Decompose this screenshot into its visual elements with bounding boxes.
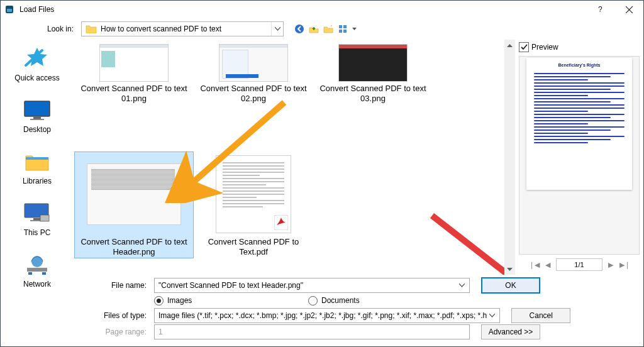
- page-range-input: 1: [154, 324, 470, 339]
- svg-rect-16: [33, 218, 41, 220]
- file-pane-scrollbar[interactable]: [504, 40, 515, 275]
- lookin-label: Look in:: [6, 25, 76, 33]
- radio-images[interactable]: Images: [154, 296, 308, 306]
- file-thumb[interactable]: Convert Scanned PDF to text 02.png: [194, 42, 313, 105]
- svg-rect-7: [343, 25, 347, 28]
- place-desktop[interactable]: Desktop: [9, 97, 65, 134]
- place-network[interactable]: Network: [9, 252, 65, 289]
- filetype-value: Image files (*.tif; *.pcx; *.dcx; *.bmp;…: [158, 311, 487, 320]
- radio-documents-label: Documents: [321, 296, 360, 305]
- place-this-pc[interactable]: This PC: [9, 201, 65, 237]
- back-icon[interactable]: [294, 23, 305, 35]
- network-icon: [22, 252, 52, 277]
- titlebar: Load Files ?: [1, 1, 643, 18]
- page-range-label: Page range:: [79, 328, 149, 336]
- preview-page-indicator: 1/1: [556, 258, 602, 271]
- preview-first-icon[interactable]: ❘◀: [528, 259, 540, 270]
- filename-value: "Convert Scanned PDF to text Header.png": [158, 281, 457, 290]
- file-thumb[interactable]: Convert Scanned PDF to Text.pdf: [194, 151, 313, 258]
- svg-rect-18: [40, 215, 49, 221]
- lookin-combo[interactable]: How to convert scanned PDF to text: [81, 21, 284, 36]
- bottom-controls: File name: "Convert Scanned PDF to text …: [74, 275, 643, 346]
- place-label: Desktop: [23, 125, 51, 134]
- svg-rect-8: [339, 30, 342, 33]
- pdf-preview-icon: [216, 155, 291, 233]
- load-files-dialog: Load Files ? Look in: How to convert sca…: [0, 0, 644, 347]
- file-name: Convert Scanned PDF to text 01.png: [77, 84, 191, 104]
- lookin-toolbar: [294, 23, 357, 35]
- preview-next-icon[interactable]: ▶: [605, 259, 616, 270]
- svg-rect-13: [30, 119, 44, 120]
- preview-area: Beneficiary's Rights: [519, 56, 640, 255]
- filename-input[interactable]: "Convert Scanned PDF to text Header.png": [154, 278, 470, 293]
- preview-checkbox-label: Preview: [531, 43, 558, 52]
- svg-rect-12: [33, 117, 41, 119]
- checkbox-icon: [519, 42, 529, 52]
- ok-button[interactable]: OK: [481, 277, 540, 294]
- lookin-value: How to convert scanned PDF to text: [101, 25, 271, 33]
- close-icon[interactable]: [614, 1, 643, 18]
- radio-icon: [154, 296, 164, 306]
- svg-rect-20: [27, 268, 47, 272]
- scroll-down-icon[interactable]: [504, 264, 515, 275]
- place-libraries[interactable]: Libraries: [9, 149, 65, 185]
- preview-last-icon[interactable]: ▶❘: [619, 259, 630, 270]
- help-icon[interactable]: ?: [586, 1, 614, 18]
- file-name: Convert Scanned PDF to Text.pdf: [196, 237, 311, 257]
- up-one-level-icon[interactable]: [308, 23, 319, 35]
- svg-point-19: [31, 256, 43, 267]
- preview-prev-icon[interactable]: ◀: [542, 259, 553, 270]
- advanced-button[interactable]: Advanced >>: [481, 324, 540, 339]
- svg-text:?: ?: [598, 6, 602, 13]
- chevron-down-icon[interactable]: [271, 22, 283, 36]
- svg-rect-6: [339, 25, 342, 28]
- svg-rect-14: [26, 157, 48, 160]
- page-range-value: 1: [158, 328, 467, 336]
- place-quick-access[interactable]: Quick access: [9, 46, 65, 82]
- scroll-up-icon[interactable]: [504, 40, 515, 50]
- place-label: This PC: [24, 228, 51, 237]
- filename-label: File name:: [79, 281, 149, 290]
- preview-doc-title: Beneficiary's Rights: [526, 63, 632, 67]
- preview-document: Beneficiary's Rights: [526, 58, 632, 190]
- view-menu-caret-icon[interactable]: [352, 28, 357, 31]
- place-label: Libraries: [23, 177, 52, 185]
- file-name: Convert Scanned PDF to text Header.png: [77, 237, 191, 257]
- chevron-down-icon[interactable]: [487, 314, 497, 317]
- dialog-title: Load Files: [19, 5, 54, 14]
- svg-rect-10: [25, 101, 50, 116]
- radio-icon: [308, 296, 318, 306]
- preview-panel: Preview Beneficiary's Rights: [515, 40, 643, 275]
- view-menu-icon[interactable]: [337, 23, 348, 35]
- chevron-down-icon[interactable]: [457, 284, 467, 287]
- file-thumb[interactable]: Convert Scanned PDF to text 03.png: [313, 42, 433, 105]
- svg-rect-1: [7, 9, 12, 12]
- place-label: Quick access: [14, 74, 59, 82]
- quick-access-icon: [22, 46, 52, 71]
- new-folder-icon[interactable]: [323, 23, 334, 35]
- folder-icon: [86, 25, 97, 33]
- file-name: Convert Scanned PDF to text 03.png: [316, 84, 430, 104]
- filetype-combo[interactable]: Image files (*.tif; *.pcx; *.dcx; *.bmp;…: [154, 308, 500, 323]
- places-bar: Quick access Desktop: [1, 40, 74, 346]
- svg-rect-21: [28, 272, 32, 275]
- app-icon: [4, 4, 14, 14]
- file-list-pane[interactable]: Convert Scanned PDF to text 01.png Conv: [74, 40, 504, 275]
- adobe-pdf-icon: [274, 215, 288, 230]
- preview-checkbox[interactable]: Preview: [519, 42, 640, 52]
- libraries-icon: [22, 149, 52, 174]
- cancel-button[interactable]: Cancel: [511, 308, 570, 323]
- place-label: Network: [23, 280, 51, 289]
- svg-rect-9: [343, 30, 347, 33]
- desktop-icon: [22, 97, 52, 123]
- file-thumb-selected[interactable]: Convert Scanned PDF to text Header.png: [74, 151, 194, 258]
- file-name: Convert Scanned PDF to text 02.png: [196, 84, 311, 104]
- svg-point-5: [295, 25, 304, 33]
- svg-rect-22: [42, 272, 46, 275]
- radio-documents[interactable]: Documents: [308, 296, 462, 306]
- filetype-label: Files of type:: [79, 311, 149, 320]
- this-pc-icon: [22, 201, 52, 226]
- radio-images-label: Images: [167, 296, 192, 305]
- file-thumb[interactable]: Convert Scanned PDF to text 01.png: [74, 42, 194, 105]
